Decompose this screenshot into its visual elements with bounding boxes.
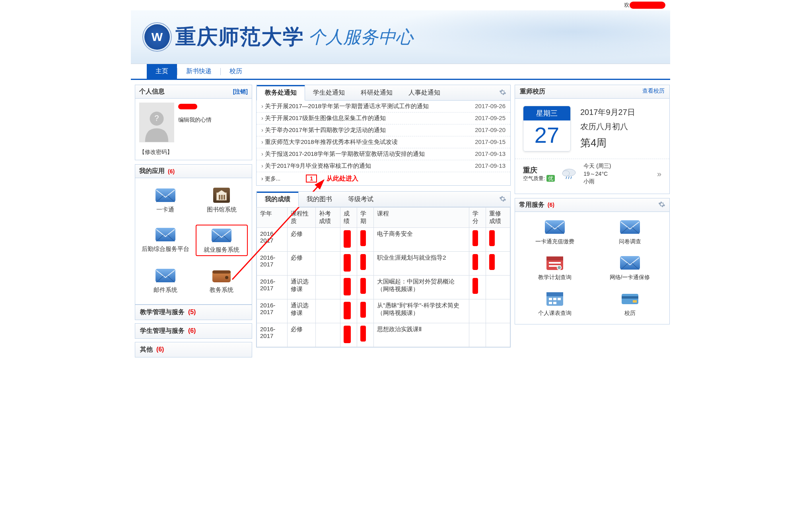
notice-item-2[interactable]: 关于举办2017年第十四期教学沙龙活动的通知2017-09-20 bbox=[257, 124, 510, 136]
notice-title[interactable]: 关于开展2017级新生图像信息采集工作的通知 bbox=[261, 115, 386, 122]
app-item-0[interactable]: 一卡通 bbox=[139, 185, 192, 215]
my-apps-panel: 我的应用 (6) 一卡通图书馆系统后勤综合服务平台就业服务系统邮件系统教务系统 bbox=[135, 164, 252, 305]
service-item-4[interactable]: 个人课表查询 bbox=[519, 290, 590, 317]
logout-link[interactable]: [注销] bbox=[233, 88, 248, 95]
notice-title[interactable]: 重庆师范大学2018年推荐优秀本科毕业生免试攻读 bbox=[261, 138, 398, 146]
notice-item-1[interactable]: 关于开展2017级新生图像信息采集工作的通知2017-09-25 bbox=[257, 113, 510, 124]
mail-icon bbox=[155, 226, 176, 243]
svg-rect-22 bbox=[546, 256, 563, 260]
service-item-2[interactable]: 教学计划查询 bbox=[519, 254, 590, 281]
app-item-2[interactable]: 后勤综合服务平台 bbox=[139, 225, 192, 256]
topbar: 欢 bbox=[131, 0, 670, 10]
nav-home[interactable]: 主页 bbox=[147, 64, 177, 79]
notice-title[interactable]: 关于2017年9月毕业资格审核工作的通知 bbox=[261, 162, 371, 170]
profile-title: 个人信息 bbox=[139, 87, 165, 96]
app-item-5[interactable]: 教务系统 bbox=[196, 266, 248, 295]
svg-rect-4 bbox=[219, 195, 220, 200]
tab-kyc-notice[interactable]: 科研处通知 bbox=[353, 85, 400, 100]
semester-week: 第4周 bbox=[580, 134, 635, 152]
tab-my-books[interactable]: 我的图书 bbox=[299, 192, 340, 207]
service-item-5[interactable]: 校历 bbox=[594, 290, 665, 317]
notice-title[interactable]: 关于报送2017-2018学年第一学期教研室教研活动安排的通知 bbox=[261, 150, 425, 158]
notice-item-4[interactable]: 关于报送2017-2018学年第一学期教研室教研活动安排的通知2017-09-1… bbox=[257, 148, 510, 160]
weather-next-icon[interactable]: » bbox=[657, 169, 661, 179]
tab-level-exam[interactable]: 等级考试 bbox=[340, 192, 381, 207]
notices-settings[interactable] bbox=[495, 86, 510, 99]
edit-mood-link[interactable]: 编辑我的心情 bbox=[178, 116, 248, 124]
app-label: 教务系统 bbox=[210, 286, 233, 294]
service-item-1[interactable]: 问卷调查 bbox=[594, 218, 665, 245]
tab-my-grades[interactable]: 我的成绩 bbox=[257, 192, 299, 207]
notices-panel: 教务处通知 学生处通知 科研处通知 人事处通知 关于开展2017—2018学年第… bbox=[256, 85, 511, 186]
redacted-credit bbox=[472, 254, 478, 270]
svg-rect-32 bbox=[558, 298, 561, 300]
nav-calendar[interactable]: 校历 bbox=[221, 64, 251, 79]
profile-panel: 个人信息 [注销] ? 编辑我的心情 【修改密码】 bbox=[135, 85, 252, 160]
tab-xsc-notice[interactable]: 学生处通知 bbox=[305, 85, 353, 100]
calendar-date-widget: 星期三 27 bbox=[523, 106, 571, 151]
main-nav: 主页 新书快递 校历 bbox=[131, 64, 670, 80]
redacted-term bbox=[360, 326, 366, 342]
notice-item-3[interactable]: 重庆师范大学2018年推荐优秀本科毕业生免试攻读2017-09-15 bbox=[257, 136, 510, 148]
redacted-score bbox=[344, 302, 351, 319]
service-item-0[interactable]: 一卡通充值缴费 bbox=[519, 218, 590, 245]
weather-icon bbox=[560, 168, 578, 180]
grade-header-0: 学年 bbox=[257, 208, 288, 228]
grade-header-3: 成绩 bbox=[340, 208, 357, 228]
calendar-panel: 重师校历 查看校历 星期三 27 2017年9月27日 农历八月初八 第4周 bbox=[515, 85, 670, 194]
mail-icon bbox=[155, 187, 176, 204]
app-item-1[interactable]: 图书馆系统 bbox=[196, 185, 248, 215]
app-label: 一卡通 bbox=[156, 206, 174, 214]
app-item-3[interactable]: 就业服务系统 bbox=[196, 225, 248, 256]
view-calendar-link[interactable]: 查看校历 bbox=[642, 87, 665, 96]
notice-date: 2017-09-25 bbox=[475, 115, 505, 122]
category-bar-0[interactable]: 教学管理与服务 (5) bbox=[135, 305, 252, 320]
day-of-week: 星期三 bbox=[523, 106, 570, 120]
calendar-title: 重师校历 bbox=[520, 87, 545, 96]
services-title: 常用服务 bbox=[519, 201, 544, 208]
redacted-score bbox=[344, 230, 351, 248]
category-bar-1[interactable]: 学生管理与服务 (6) bbox=[135, 323, 252, 339]
notices-more-link[interactable]: › 更多... bbox=[261, 175, 280, 182]
redacted-retake bbox=[489, 254, 495, 270]
redacted-term bbox=[360, 278, 366, 294]
svg-rect-29 bbox=[546, 292, 563, 296]
svg-point-26 bbox=[558, 266, 561, 269]
grades-settings[interactable] bbox=[495, 193, 510, 206]
nav-new-books[interactable]: 新书快递 bbox=[177, 64, 220, 79]
notice-title[interactable]: 关于开展2017—2018学年第一学期普通话水平测试工作的通知 bbox=[261, 103, 429, 110]
svg-rect-6 bbox=[224, 195, 225, 200]
service-label: 校历 bbox=[624, 310, 636, 317]
grade-row-3: 2016-2017通识选修课从"愚昧"到"科学"-科学技术简史（网络视频课） bbox=[257, 299, 510, 323]
redacted-score bbox=[344, 326, 351, 343]
app-label: 邮件系统 bbox=[154, 286, 177, 294]
grades-table: 学年课程性质补考成绩成绩学期课程学分重修成绩 2016-2017必修电子商务安全… bbox=[257, 207, 510, 347]
grade-header-1: 课程性质 bbox=[288, 208, 316, 228]
service-label: 个人课表查询 bbox=[538, 310, 572, 317]
mail-icon bbox=[619, 254, 641, 272]
redacted-retake bbox=[489, 230, 495, 246]
service-item-3[interactable]: 网络/一卡通保修 bbox=[594, 254, 665, 281]
category-bar-2[interactable]: 其他 (6) bbox=[135, 342, 252, 357]
weather-widget: 重庆 空气质量: 优 今天 (周三) 19～24°C 小雨 » bbox=[515, 159, 669, 189]
tab-rsc-notice[interactable]: 人事处通知 bbox=[400, 85, 448, 100]
notice-date: 2017-09-26 bbox=[475, 103, 505, 110]
grades-panel: 我的成绩 我的图书 等级考试 学年课程性质补考成绩成绩学期课程学分重修成绩 20… bbox=[256, 191, 511, 348]
svg-rect-35 bbox=[622, 294, 638, 304]
notice-item-0[interactable]: 关于开展2017—2018学年第一学期普通话水平测试工作的通知2017-09-2… bbox=[257, 101, 510, 113]
notice-item-5[interactable]: 关于2017年9月毕业资格审核工作的通知2017-09-13 bbox=[257, 160, 510, 172]
service-label: 教学计划查询 bbox=[538, 274, 572, 281]
notice-title[interactable]: 关于举办2017年第十四期教学沙龙活动的通知 bbox=[261, 126, 386, 134]
avatar[interactable]: ? bbox=[139, 103, 174, 142]
card-icon bbox=[619, 290, 641, 307]
tab-jwc-notice[interactable]: 教务处通知 bbox=[257, 85, 305, 101]
service-label: 网络/一卡通保修 bbox=[610, 274, 650, 281]
app-item-4[interactable]: 邮件系统 bbox=[139, 266, 192, 295]
grade-row-4: 2016-2017必修思想政治实践课Ⅱ bbox=[257, 323, 510, 347]
services-settings[interactable] bbox=[658, 201, 665, 209]
svg-rect-23 bbox=[549, 262, 561, 264]
full-date: 2017年9月27日 bbox=[580, 105, 635, 119]
grade-header-5: 课程 bbox=[374, 208, 469, 228]
services-count: (6) bbox=[548, 202, 554, 208]
change-password-link[interactable]: 【修改密码】 bbox=[135, 146, 252, 160]
